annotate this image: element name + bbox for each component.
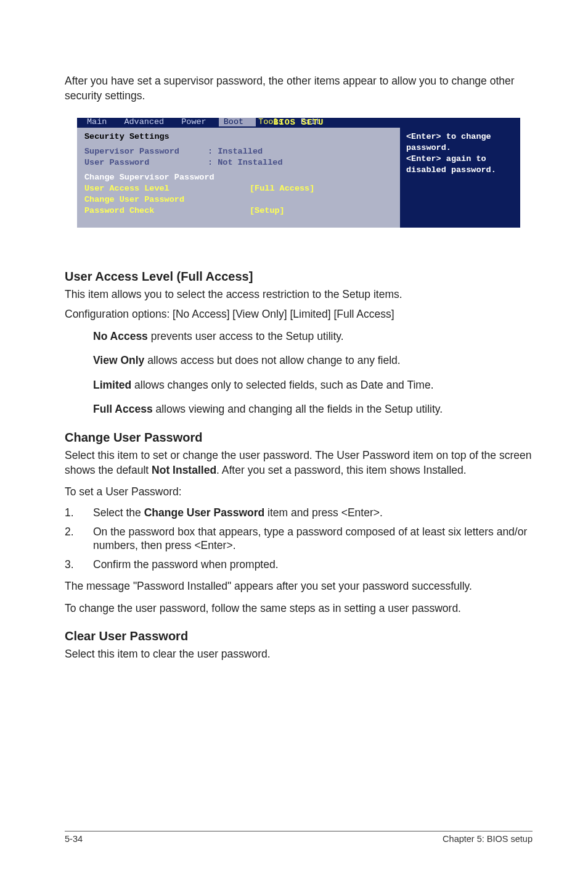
help-line2: password. [406,142,514,154]
footer-right: Chapter 5: BIOS setup [443,834,533,844]
intro-text: After you have set a supervisor password… [65,74,533,103]
cup-p3: The message "Password Installed" appears… [65,579,533,594]
cup-p2: To set a User Password: [65,485,533,500]
change-user-password-row: Change User Password [84,194,393,205]
user-password-label: User Password [84,157,208,168]
cup-p1: Select this item to set or change the us… [65,448,533,477]
security-settings-title: Security Settings [84,131,393,142]
clp-heading: Clear User Password [65,629,533,643]
help-line3: <Enter> again to [406,154,514,165]
bios-screenshot: BIOS SETU Main Advanced Power Boot Tools… [77,118,520,228]
user-password-value: : Not Installed [208,158,283,167]
opt-no-access: No Access prevents user access to the Se… [93,329,533,344]
help-line1: <Enter> to change [406,131,514,142]
bios-help-panel: <Enter> to change password. <Enter> agai… [400,128,520,228]
bios-title: BIOS SETU [77,118,520,127]
cup-heading: Change User Password [65,431,533,445]
ual-value: [Full Access] [250,183,314,194]
pw-check-value: [Setup] [250,205,285,217]
ual-heading: User Access Level (Full Access] [65,270,533,284]
change-sup-password: Change Supervisor Password [84,172,393,183]
opt-view-only: View Only allows access but does not all… [93,353,533,368]
cup-p4: To change the user password, follow the … [65,601,533,616]
bios-left-panel: Security Settings Supervisor Password: I… [77,128,400,228]
clp-p1: Select this item to clear the user passw… [65,647,533,662]
ual-desc2: Configuration options: [No Access] [View… [65,307,533,322]
opt-full-access: Full Access allows viewing and changing … [93,402,533,417]
step-3: 3.Confirm the password when prompted. [65,558,533,572]
step-1: 1.Select the Change User Password item a… [65,506,533,520]
pw-check-label: Password Check [84,205,208,217]
help-line4: disabled password. [406,165,514,176]
sup-password-value: : Installed [208,147,263,156]
footer-left: 5-34 [65,834,83,844]
step-2: 2.On the password box that appears, type… [65,525,533,553]
ual-desc1: This item allows you to select the acces… [65,287,533,302]
ual-label: User Access Level [84,183,208,194]
page-footer: 5-34 Chapter 5: BIOS setup [65,831,533,844]
sup-password-label: Supervisor Password [84,146,208,157]
opt-limited: Limited allows changes only to selected … [93,378,533,393]
